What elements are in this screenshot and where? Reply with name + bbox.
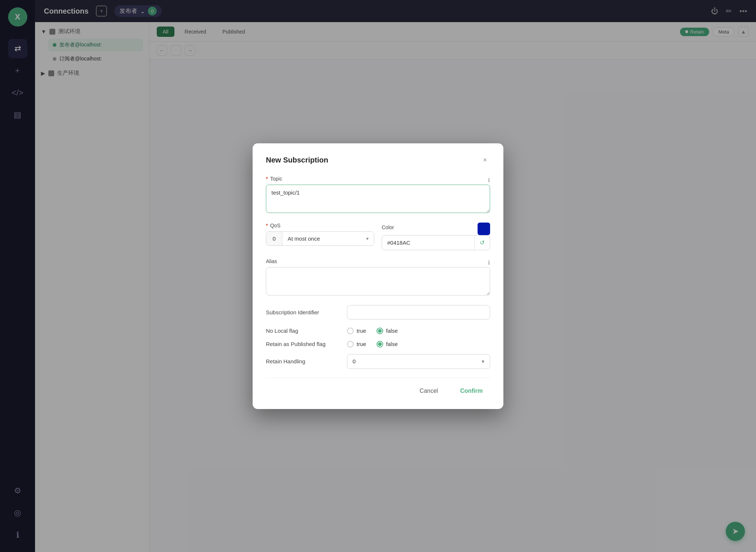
qos-select[interactable]: 0 At most once ▾ (266, 231, 374, 246)
color-value: #0418AC (382, 236, 474, 249)
retain-published-false-radio[interactable] (377, 341, 383, 347)
alias-label: Alias (266, 258, 277, 264)
qos-number: 0 (266, 232, 282, 245)
alias-label-row: Alias ℹ (266, 258, 490, 267)
chevron-down-icon: ▾ (482, 358, 485, 365)
no-local-true-radio[interactable] (347, 328, 354, 334)
retain-published-true-option[interactable]: true (347, 341, 366, 347)
no-local-flag-label: No Local flag (266, 328, 347, 334)
close-icon: × (483, 156, 487, 164)
retain-published-true-radio[interactable] (347, 341, 354, 347)
retain-published-flag-options: true false (347, 341, 398, 347)
qos-section: * QoS 0 At most once ▾ (266, 223, 374, 250)
cancel-button[interactable]: Cancel (412, 384, 445, 398)
modal-close-button[interactable]: × (480, 155, 490, 165)
retain-handling-select[interactable]: 0 ▾ (347, 354, 490, 369)
refresh-icon: ↺ (480, 240, 485, 246)
subscription-id-input[interactable] (347, 305, 490, 319)
qos-option-label: At most once (288, 235, 320, 242)
qos-label: * QoS (266, 223, 374, 228)
no-local-flag-row: No Local flag true false (266, 328, 490, 334)
no-local-false-radio[interactable] (377, 328, 383, 334)
color-section: Color #0418AC ↺ (382, 223, 490, 250)
qos-dropdown[interactable]: At most once ▾ (282, 232, 374, 245)
alias-field-group: Alias ℹ (266, 258, 490, 297)
retain-handling-row: Retain Handling 0 ▾ (266, 354, 490, 369)
retain-published-flag-row: Retain as Published flag true false (266, 341, 490, 347)
subscription-id-label: Subscription Identifier (266, 309, 347, 315)
color-refresh-button[interactable]: ↺ (474, 235, 490, 250)
topic-field-group: * Topic ℹ test_topic/1 (266, 176, 490, 214)
topic-info-icon[interactable]: ℹ (488, 177, 490, 184)
retain-published-flag-label: Retain as Published flag (266, 341, 347, 347)
topic-input[interactable]: test_topic/1 (266, 185, 490, 213)
qos-color-row: * QoS 0 At most once ▾ Color #0418A (266, 223, 490, 250)
subscription-id-row: Subscription Identifier (266, 305, 490, 319)
retain-handling-label: Retain Handling (266, 358, 347, 364)
alias-input[interactable] (266, 267, 490, 296)
modal-header: New Subscription × (266, 155, 490, 165)
retain-published-false-option[interactable]: false (377, 341, 398, 347)
color-label: Color (382, 224, 394, 230)
color-input-wrapper: #0418AC ↺ (382, 235, 490, 250)
modal-overlay: New Subscription × * Topic ℹ test_topic/… (0, 0, 756, 552)
no-local-true-option[interactable]: true (347, 328, 366, 334)
color-label-row: Color (382, 223, 490, 235)
modal-footer: Cancel Confirm (266, 378, 490, 398)
new-subscription-modal: New Subscription × * Topic ℹ test_topic/… (253, 143, 503, 409)
chevron-down-icon: ▾ (366, 236, 369, 241)
confirm-button[interactable]: Confirm (453, 384, 490, 398)
no-local-flag-options: true false (347, 328, 398, 334)
topic-label-row: * Topic ℹ (266, 176, 490, 185)
color-swatch[interactable] (478, 223, 490, 235)
retain-handling-value: 0 (353, 358, 356, 364)
alias-info-icon[interactable]: ℹ (488, 259, 490, 266)
topic-label: * Topic (266, 176, 282, 182)
no-local-false-option[interactable]: false (377, 328, 398, 334)
modal-title: New Subscription (266, 156, 328, 164)
